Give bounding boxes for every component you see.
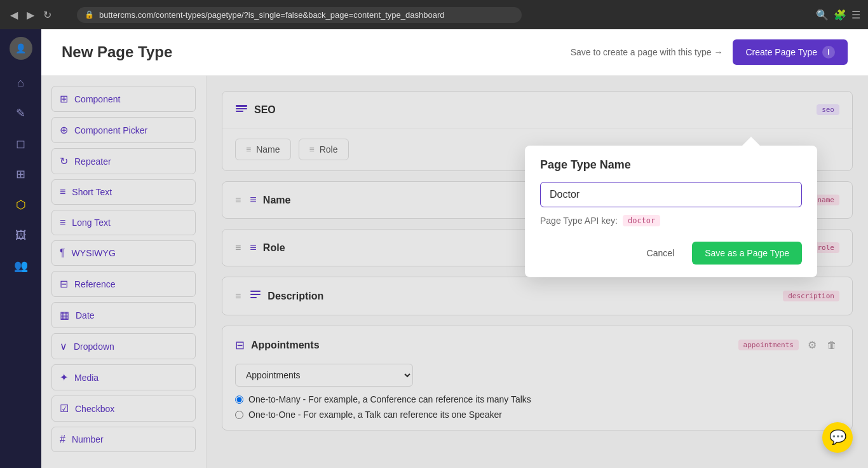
browser-nav: ◀ ▶ ↻ bbox=[8, 6, 54, 24]
page-type-name-modal: Page Type Name Page Type API key: doctor… bbox=[525, 146, 817, 277]
sidebar-item-home[interactable]: ⌂ bbox=[8, 70, 34, 95]
menu-button[interactable]: ☰ bbox=[851, 9, 860, 21]
reload-button[interactable]: ↻ bbox=[41, 6, 54, 24]
sidebar-item-packages[interactable]: ⬡ bbox=[8, 192, 34, 217]
save-page-type-button[interactable]: Save as a Page Type bbox=[692, 242, 802, 265]
page-title: New Page Type bbox=[62, 43, 172, 61]
sidebar-item-users[interactable]: 👥 bbox=[8, 253, 34, 279]
back-button[interactable]: ◀ bbox=[8, 6, 20, 24]
sidebar-item-pages[interactable]: ◻ bbox=[8, 131, 34, 156]
sidebar: 👤 ⌂ ✎ ◻ ⊞ ⬡ 🖼 👥 bbox=[0, 29, 41, 468]
modal-triangle bbox=[742, 137, 760, 146]
avatar[interactable]: 👤 bbox=[10, 37, 32, 60]
page-type-name-input[interactable] bbox=[540, 182, 802, 207]
sidebar-item-blog[interactable]: ✎ bbox=[8, 100, 34, 126]
modal-title: Page Type Name bbox=[540, 158, 802, 172]
search-browser-button[interactable]: 🔍 bbox=[816, 9, 829, 21]
app-container: 👤 ⌂ ✎ ◻ ⊞ ⬡ 🖼 👥 New Page Type Save to cr… bbox=[0, 29, 868, 468]
modal-overlay: Page Type Name Page Type API key: doctor… bbox=[41, 76, 868, 468]
modal-footer: Cancel Save as a Page Type bbox=[525, 234, 817, 277]
api-key-badge: doctor bbox=[623, 215, 660, 226]
address-bar[interactable]: 🔒 buttercms.com/content-types/pagetype/?… bbox=[77, 7, 522, 23]
top-bar-right: Save to create a page with this type → C… bbox=[571, 39, 848, 65]
api-key-label: Page Type API key: bbox=[540, 216, 618, 226]
cancel-button[interactable]: Cancel bbox=[637, 243, 685, 263]
forward-button[interactable]: ▶ bbox=[24, 6, 37, 24]
top-bar: New Page Type Save to create a page with… bbox=[41, 29, 868, 76]
main-content: New Page Type Save to create a page with… bbox=[41, 29, 868, 468]
extensions-button[interactable]: 🧩 bbox=[834, 9, 846, 21]
sidebar-item-grid[interactable]: ⊞ bbox=[8, 162, 34, 187]
sidebar-item-image[interactable]: 🖼 bbox=[8, 223, 34, 248]
url-text: buttercms.com/content-types/pagetype/?is… bbox=[99, 10, 444, 20]
browser-actions: 🔍 🧩 ☰ bbox=[816, 9, 860, 21]
modal-header: Page Type Name bbox=[525, 146, 817, 207]
create-btn-label: Create Page Type bbox=[745, 47, 817, 57]
save-hint: Save to create a page with this type → bbox=[571, 47, 723, 57]
chat-widget[interactable]: 💬 bbox=[822, 422, 853, 453]
create-page-type-button[interactable]: Create Page Type i bbox=[733, 39, 848, 65]
api-key-row: Page Type API key: doctor bbox=[525, 207, 817, 234]
lock-icon: 🔒 bbox=[85, 10, 94, 19]
content-area: ⊞ Component ⊕ Component Picker ↻ Repeate… bbox=[41, 76, 868, 468]
browser-chrome: ◀ ▶ ↻ 🔒 buttercms.com/content-types/page… bbox=[0, 0, 868, 29]
info-icon: i bbox=[822, 46, 835, 59]
chat-icon: 💬 bbox=[829, 429, 846, 446]
